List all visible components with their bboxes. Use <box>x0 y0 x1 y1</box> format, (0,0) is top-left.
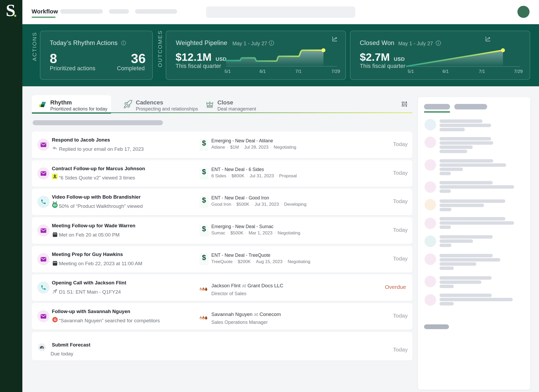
svg-text:ACTIONS: ACTIONS <box>31 32 37 61</box>
svg-text:7/29: 7/29 <box>331 69 340 74</box>
svg-text:5/1: 5/1 <box>224 69 231 74</box>
svg-text:6/1: 6/1 <box>259 69 266 74</box>
svg-text:G: G <box>54 318 57 322</box>
svg-text:7/1: 7/1 <box>479 69 485 74</box>
svg-text:5/1: 5/1 <box>408 69 414 74</box>
svg-text:7/1: 7/1 <box>295 69 302 74</box>
svg-text:OUTCOMES: OUTCOMES <box>157 30 163 67</box>
svg-text:7/29: 7/29 <box>514 69 523 74</box>
svg-text:6/1: 6/1 <box>442 69 449 74</box>
